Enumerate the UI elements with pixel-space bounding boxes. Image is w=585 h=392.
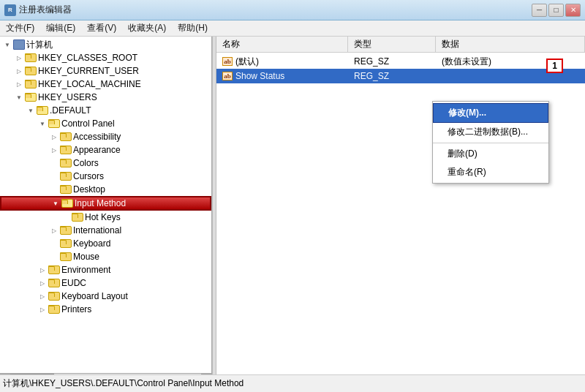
menu-bar: 文件(F) 编辑(E) 查看(V) 收藏夹(A) 帮助(H) xyxy=(0,20,585,37)
tree-label-controlpanel: Control Panel xyxy=(61,118,115,129)
expand-icon-environment: ▷ xyxy=(37,267,48,274)
right-panel: 名称 类型 数据 ab (默认) REG_SZ (数值未设置) ab Show … xyxy=(216,37,585,374)
ctx-divider xyxy=(433,143,548,143)
maximize-button[interactable]: □ xyxy=(548,4,564,17)
hscroll-left[interactable]: ◀ xyxy=(0,374,10,375)
tree-hscroll[interactable]: ◀ ▶ xyxy=(0,373,211,374)
tree-node-keyboardlayout[interactable]: ▷ Keyboard Layout xyxy=(0,290,211,303)
col-header-name[interactable]: 名称 xyxy=(216,37,348,52)
folder-icon-appearance xyxy=(60,145,72,155)
tree-node-cursors[interactable]: Cursors xyxy=(0,170,211,183)
expand-icon-printers: ▷ xyxy=(37,306,48,313)
ctx-item-modify[interactable]: 修改(M)... xyxy=(433,103,548,123)
tree-label-international: International xyxy=(73,225,121,235)
tree-label-environment: Environment xyxy=(61,265,110,275)
tree-scroll[interactable]: ▼ 计算机 ▷ HKEY_CLASSES_ROOT ▷ HKEY_CURRENT… xyxy=(0,38,211,373)
expand-icon-eudc: ▷ xyxy=(37,280,48,287)
tree-node-hkcu[interactable]: ▷ HKEY_CURRENT_USER xyxy=(0,64,211,78)
tree-label-computer: 计算机 xyxy=(26,39,53,51)
tree-node-accessibility[interactable]: ▷ Accessibility xyxy=(0,130,211,143)
menu-edit[interactable]: 编辑(E) xyxy=(40,20,81,36)
expand-icon-appearance: ▷ xyxy=(48,147,60,154)
folder-icon-hku xyxy=(25,92,37,102)
status-bar: 计算机\HKEY_USERS\.DEFAULT\Control Panel\In… xyxy=(0,374,585,392)
hscroll-thumb[interactable] xyxy=(10,374,54,374)
minimize-button[interactable]: ─ xyxy=(532,4,547,17)
menu-view[interactable]: 查看(V) xyxy=(81,20,122,36)
tree-node-default[interactable]: ▼ .DEFAULT xyxy=(0,104,211,117)
menu-help[interactable]: 帮助(H) xyxy=(172,20,214,36)
folder-icon-eudc xyxy=(48,278,60,288)
folder-icon-hklm xyxy=(25,79,37,89)
tree-node-hku[interactable]: ▼ HKEY_USERS xyxy=(0,91,211,104)
tree-node-controlpanel[interactable]: ▼ Control Panel xyxy=(0,117,211,130)
tree-node-hkcr[interactable]: ▷ HKEY_CLASSES_ROOT xyxy=(0,51,211,64)
data-row-showstatus[interactable]: ab Show Status REG_SZ xyxy=(216,69,585,83)
tree-label-inputmethod: Input Method xyxy=(75,198,126,208)
cell-type-showstatus: REG_SZ xyxy=(348,71,436,81)
tree-label-cursors: Cursors xyxy=(73,171,104,181)
tree-node-keyboard[interactable]: Keyboard xyxy=(0,237,211,250)
expand-icon-hklm: ▷ xyxy=(13,81,25,88)
folder-icon-colors xyxy=(60,158,72,168)
value-box-container: 1 xyxy=(546,59,563,73)
expand-icon-hku: ▼ xyxy=(13,94,25,101)
tree-label-printers: Printers xyxy=(61,304,91,314)
tree-label-appearance: Appearance xyxy=(73,145,121,155)
expand-icon-international: ▷ xyxy=(48,227,60,234)
col-header-data[interactable]: 数据 xyxy=(436,37,585,52)
tree-node-international[interactable]: ▷ International xyxy=(0,224,211,237)
expand-icon-controlpanel: ▼ xyxy=(37,121,48,127)
tree-node-colors[interactable]: Colors xyxy=(0,157,211,170)
data-rows: ab (默认) REG_SZ (数值未设置) ab Show Status RE… xyxy=(216,53,585,85)
menu-favorites[interactable]: 收藏夹(A) xyxy=(122,20,172,36)
expand-icon-default: ▼ xyxy=(25,108,37,114)
tree-node-mouse[interactable]: Mouse xyxy=(0,250,211,263)
expand-icon-inputmethod: ▼ xyxy=(50,200,61,207)
col-header-type[interactable]: 类型 xyxy=(348,37,436,52)
cell-type-default: REG_SZ xyxy=(348,56,436,67)
ctx-item-rename[interactable]: 重命名(R) xyxy=(433,163,548,181)
tree-label-hku: HKEY_USERS xyxy=(38,92,97,102)
ctx-item-modify-binary[interactable]: 修改二进制数据(B)... xyxy=(433,123,548,141)
hscroll-track[interactable] xyxy=(10,374,201,374)
tree-node-desktop[interactable]: Desktop xyxy=(0,183,211,196)
folder-icon-hkcu xyxy=(25,66,37,76)
folder-icon-default xyxy=(37,105,48,116)
expand-icon-accessibility: ▷ xyxy=(48,134,60,140)
expand-icon-hkcr: ▷ xyxy=(13,55,25,61)
tree-label-desktop: Desktop xyxy=(73,184,105,195)
tree-node-computer[interactable]: ▼ 计算机 xyxy=(0,38,211,51)
tree-label-default: .DEFAULT xyxy=(50,105,91,116)
ctx-item-delete[interactable]: 删除(D) xyxy=(433,145,548,163)
folder-icon-desktop xyxy=(60,184,72,195)
folder-icon-mouse xyxy=(60,252,72,262)
folder-icon-controlpanel xyxy=(48,118,60,129)
close-button[interactable]: ✕ xyxy=(565,4,581,17)
tree-node-environment[interactable]: ▷ Environment xyxy=(0,263,211,276)
title-bar-controls: ─ □ ✕ xyxy=(532,4,581,17)
tree-node-appearance[interactable]: ▷ Appearance xyxy=(0,143,211,157)
folder-icon-environment xyxy=(48,265,60,275)
context-menu: 修改(M)... 修改二进制数据(B)... 删除(D) 重命名(R) xyxy=(432,101,549,184)
folder-icon-international xyxy=(60,225,72,235)
tree-node-hklm[interactable]: ▷ HKEY_LOCAL_MACHINE xyxy=(0,78,211,91)
hscroll-right[interactable]: ▶ xyxy=(201,374,211,375)
tree-node-hotkeys[interactable]: Hot Keys xyxy=(0,211,211,224)
tree-node-inputmethod[interactable]: ▼ Input Method xyxy=(0,196,211,211)
cell-name-default: ab (默认) xyxy=(216,56,348,68)
tree-label-hkcu: HKEY_CURRENT_USER xyxy=(38,66,139,76)
data-row-default[interactable]: ab (默认) REG_SZ (数值未设置) xyxy=(216,54,585,69)
folder-icon-keyboard xyxy=(60,238,72,249)
title-bar: R 注册表编辑器 ─ □ ✕ xyxy=(0,0,585,20)
computer-icon xyxy=(13,39,25,50)
status-text: 计算机\HKEY_USERS\.DEFAULT\Control Panel\In… xyxy=(3,377,244,390)
folder-icon-inputmethod xyxy=(61,198,73,208)
tree-node-eudc[interactable]: ▷ EUDC xyxy=(0,276,211,290)
cell-name-showstatus: ab Show Status xyxy=(216,71,348,81)
folder-icon-printers xyxy=(48,304,60,314)
tree-label-keyboardlayout: Keyboard Layout xyxy=(61,291,128,301)
expand-icon: ▼ xyxy=(1,42,13,48)
tree-node-printers[interactable]: ▷ Printers xyxy=(0,303,211,316)
menu-file[interactable]: 文件(F) xyxy=(0,20,40,36)
